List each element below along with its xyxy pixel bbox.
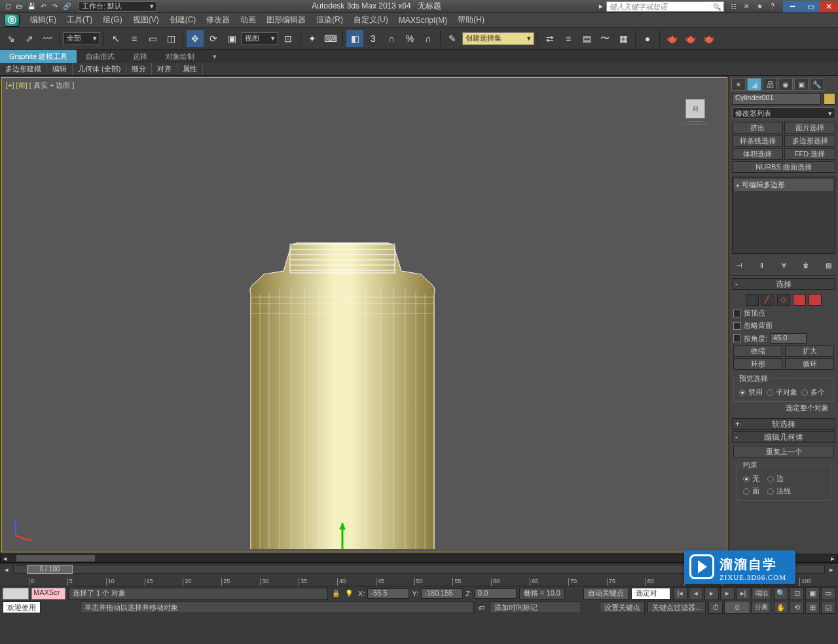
window-crossing-icon[interactable]: ◫ bbox=[162, 30, 179, 47]
make-unique-icon[interactable]: ∀ bbox=[778, 259, 790, 271]
remove-modifier-icon[interactable]: 🗑 bbox=[800, 259, 812, 271]
expand-icon[interactable]: ▪ bbox=[737, 181, 739, 189]
max-viewport-icon[interactable]: ⊞ bbox=[805, 601, 820, 614]
btn-nurbs-select[interactable]: NURBS 曲面选择 bbox=[732, 161, 835, 173]
ribbon-panel-0[interactable]: 多边形建模 bbox=[0, 63, 47, 75]
add-time-tag[interactable]: 添加时间标记 bbox=[490, 601, 581, 613]
pan-icon[interactable]: ✋ bbox=[774, 601, 788, 614]
named-selection-dropdown[interactable]: 创建选择集▾ bbox=[462, 32, 534, 45]
spinner-snap-icon[interactable]: ∩ bbox=[420, 30, 437, 47]
manipulate-icon[interactable]: ✦ bbox=[304, 30, 321, 47]
btn-extrude[interactable]: 挤出 bbox=[732, 122, 783, 134]
welcome-button[interactable]: 欢迎使用 bbox=[3, 601, 41, 613]
coord-y[interactable]: -180.155 bbox=[421, 588, 463, 599]
info-lookup-icon[interactable]: ► bbox=[596, 1, 606, 12]
search-icon[interactable]: 🔍 bbox=[712, 2, 722, 12]
redo-icon[interactable]: ↷ bbox=[50, 1, 60, 12]
ribbon-tab-3[interactable]: 对象绘制 bbox=[156, 50, 204, 63]
select-link-icon[interactable]: ⇘ bbox=[3, 30, 20, 47]
mod-btn-collapse[interactable]: 塌陷 bbox=[752, 587, 771, 600]
tab-create[interactable]: ☀ bbox=[731, 78, 746, 91]
ribbon-panel-2[interactable]: 几何体 (全部) bbox=[73, 63, 126, 75]
ribbon-tab-1[interactable]: 自由形式 bbox=[77, 50, 124, 63]
time-slider-next[interactable]: ▸ bbox=[825, 565, 838, 574]
align-icon[interactable]: ≡ bbox=[560, 30, 577, 47]
set-key-button[interactable]: 设置关键点 bbox=[600, 601, 645, 613]
chk-by-angle[interactable] bbox=[733, 334, 741, 342]
window-close[interactable]: ✕ bbox=[820, 1, 838, 12]
radio-constraint-edge[interactable] bbox=[767, 476, 774, 482]
link-icon[interactable]: 🔗 bbox=[62, 1, 72, 12]
auto-key-button[interactable]: 自动关键点 bbox=[583, 588, 628, 599]
rollout-edit-geom-header[interactable]: -编辑几何体 bbox=[732, 431, 835, 443]
radio-constraint-normal[interactable] bbox=[767, 488, 774, 495]
subobj-vertex[interactable]: ∴ bbox=[746, 294, 759, 306]
menu-图形编辑器[interactable]: 图形编辑器 bbox=[261, 13, 311, 27]
object-name-field[interactable]: Cylinder001 bbox=[732, 93, 821, 105]
angle-snap-3-icon[interactable]: 3 bbox=[365, 30, 382, 47]
help-search-input[interactable]: 键入关键字或短语 🔍 bbox=[606, 1, 724, 12]
menu-组(G)[interactable]: 组(G) bbox=[98, 13, 127, 27]
menu-视图(V)[interactable]: 视图(V) bbox=[128, 13, 164, 27]
window-maximize[interactable]: ▭ bbox=[801, 1, 820, 12]
pin-stack-icon[interactable]: ⊣ bbox=[733, 259, 745, 271]
menu-工具(T)[interactable]: 工具(T) bbox=[62, 13, 98, 27]
edit-named-sel-icon[interactable]: ✎ bbox=[444, 30, 461, 47]
menu-渲染(R)[interactable]: 渲染(R) bbox=[311, 13, 348, 27]
select-object-icon[interactable]: ↖ bbox=[107, 30, 124, 47]
menu-动画[interactable]: 动画 bbox=[235, 13, 261, 27]
move-tool-icon[interactable]: ✥ bbox=[187, 30, 204, 47]
chk-by-vertex[interactable] bbox=[733, 310, 741, 317]
render-frame-icon[interactable]: 🫖 bbox=[682, 30, 699, 47]
time-tag-icon[interactable]: 🏷 bbox=[477, 602, 487, 613]
bind-spacewarp-icon[interactable]: 〰 bbox=[39, 30, 56, 47]
pivot-center-icon[interactable]: ⊡ bbox=[280, 30, 297, 47]
curve-editor-icon[interactable]: 〜 bbox=[596, 30, 613, 47]
btn-grow[interactable]: 扩大 bbox=[785, 345, 834, 357]
mod-btn-detach[interactable]: 分离 bbox=[752, 601, 771, 614]
subobj-polygon[interactable] bbox=[793, 294, 806, 306]
btn-poly-select[interactable]: 多边形选择 bbox=[784, 135, 835, 147]
tab-utilities[interactable]: 🔧 bbox=[810, 78, 824, 91]
btn-ring[interactable]: 环形 bbox=[733, 358, 782, 370]
menu-编辑(E)[interactable]: 编辑(E) bbox=[25, 13, 62, 27]
menu-创建(C)[interactable]: 创建(C) bbox=[164, 13, 202, 27]
snap-toggle-icon[interactable]: ◧ bbox=[346, 30, 363, 47]
goto-end-icon[interactable]: ▸| bbox=[736, 587, 750, 600]
application-button[interactable]: ⓢ bbox=[4, 14, 20, 27]
select-rect-icon[interactable]: ▭ bbox=[144, 30, 161, 47]
subobj-border[interactable]: ◇ bbox=[777, 294, 790, 306]
tab-hierarchy[interactable]: 品 bbox=[763, 78, 777, 91]
tab-display[interactable]: ▣ bbox=[794, 78, 809, 91]
time-config-icon[interactable]: ⏱ bbox=[708, 601, 723, 614]
ribbon-overflow[interactable]: ▾ bbox=[204, 50, 226, 63]
radio-preview-multi[interactable] bbox=[801, 389, 808, 396]
menu-帮助(H)[interactable]: 帮助(H) bbox=[452, 13, 490, 27]
radio-preview-subobj[interactable] bbox=[767, 389, 773, 396]
key-mode-dropdown[interactable]: 选定对 bbox=[631, 588, 670, 599]
menu-自定义(U)[interactable]: 自定义(U) bbox=[348, 13, 393, 27]
btn-loop[interactable]: 循环 bbox=[785, 358, 834, 370]
scale-tool-icon[interactable]: ▣ bbox=[223, 30, 240, 47]
zoom-extents-icon[interactable]: ▣ bbox=[805, 587, 820, 600]
new-icon[interactable]: ▢ bbox=[3, 1, 13, 12]
render-setup-icon[interactable]: 🫖 bbox=[663, 30, 680, 47]
isolate-icon[interactable]: 💡 bbox=[344, 588, 354, 599]
mini-listener-input[interactable]: MAXScr bbox=[31, 588, 65, 599]
btn-repeat-last[interactable]: 重复上一个 bbox=[733, 446, 834, 457]
percent-snap-icon[interactable]: % bbox=[401, 30, 418, 47]
prev-frame-icon[interactable]: ◂ bbox=[689, 587, 703, 600]
render-icon[interactable]: 🫖 bbox=[700, 30, 717, 47]
show-end-result-icon[interactable]: Ⅱ bbox=[756, 259, 767, 271]
rotate-tool-icon[interactable]: ⟳ bbox=[205, 30, 222, 47]
key-filters-button[interactable]: 关键点过滤器... bbox=[647, 601, 706, 613]
help-icon[interactable]: ? bbox=[767, 1, 778, 12]
next-frame-icon[interactable]: ▸ bbox=[720, 587, 735, 600]
time-slider-handle[interactable]: 0 / 100 bbox=[27, 565, 73, 574]
coord-x[interactable]: -55.5 bbox=[367, 588, 409, 599]
window-minimize[interactable]: ━ bbox=[783, 1, 801, 12]
play-icon[interactable]: ▸ bbox=[704, 587, 719, 600]
current-frame-field[interactable]: 0 bbox=[724, 601, 750, 614]
tab-modify[interactable]: ◢ bbox=[747, 78, 761, 91]
time-slider-prev[interactable]: ◂ bbox=[0, 565, 13, 574]
